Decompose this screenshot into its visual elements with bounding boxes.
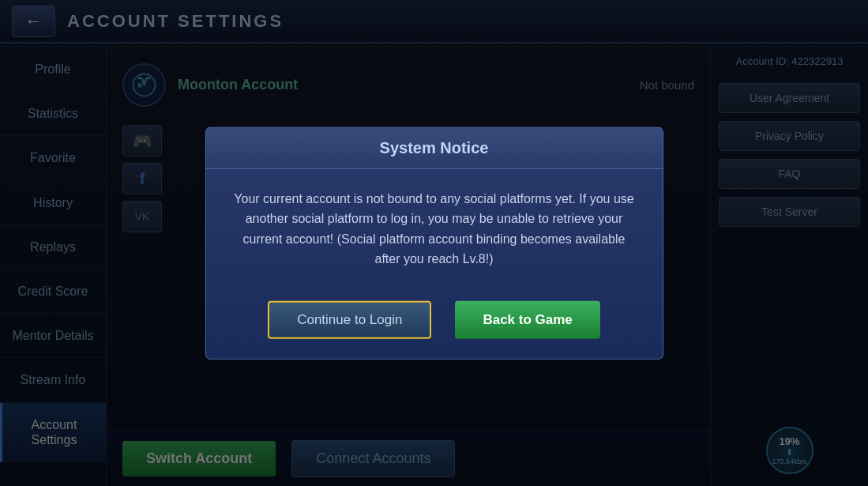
- modal-title: System Notice: [206, 127, 663, 168]
- modal-footer: Continue to Login Back to Game: [206, 289, 663, 359]
- back-to-game-button[interactable]: Back to Game: [455, 301, 599, 339]
- system-notice-modal: System Notice Your current account is no…: [205, 126, 663, 359]
- continue-to-login-button[interactable]: Continue to Login: [268, 301, 431, 339]
- modal-body: Your current account is not bound to any…: [206, 168, 663, 288]
